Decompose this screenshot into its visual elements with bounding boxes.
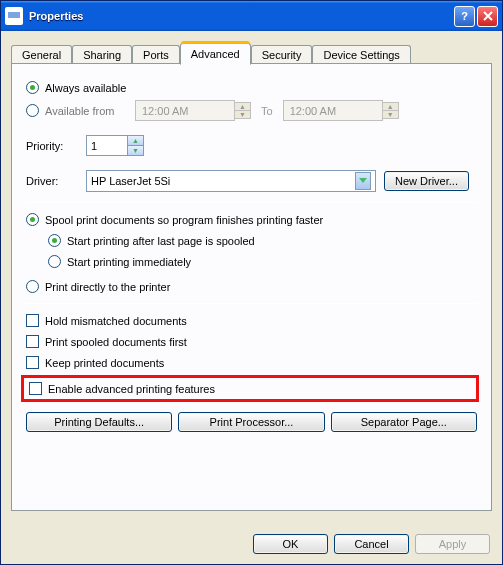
- radio-start-immediately[interactable]: [48, 255, 61, 268]
- keep-printed-row[interactable]: Keep printed documents: [26, 356, 477, 369]
- ok-button[interactable]: OK: [253, 534, 328, 554]
- tab-general[interactable]: General: [11, 45, 72, 64]
- radio-available-from[interactable]: [26, 104, 39, 117]
- always-available-label: Always available: [45, 82, 126, 94]
- tab-ports[interactable]: Ports: [132, 45, 180, 64]
- radio-start-after-last[interactable]: [48, 234, 61, 247]
- print-spooled-first-label: Print spooled documents first: [45, 336, 187, 348]
- titlebar[interactable]: Properties ?: [1, 1, 502, 31]
- start-after-last-label: Start printing after last page is spoole…: [67, 235, 255, 247]
- availability-always-row[interactable]: Always available: [26, 81, 477, 94]
- chevron-down-icon: [355, 172, 371, 190]
- window-title: Properties: [29, 10, 452, 22]
- radio-spool[interactable]: [26, 213, 39, 226]
- print-direct-label: Print directly to the printer: [45, 281, 170, 293]
- time-to-field: 12:00 AM: [283, 100, 383, 121]
- enable-advanced-row[interactable]: Enable advanced printing features: [29, 382, 471, 395]
- priority-label: Priority:: [26, 140, 86, 152]
- spool-label: Spool print documents so program finishe…: [45, 214, 323, 226]
- advanced-panel: Always available Available from 12:00 AM…: [11, 63, 492, 511]
- tab-sharing[interactable]: Sharing: [72, 45, 132, 64]
- dialog-button-row: OK Cancel Apply: [253, 534, 490, 554]
- apply-button: Apply: [415, 534, 490, 554]
- checkbox-keep-printed[interactable]: [26, 356, 39, 369]
- availability-from-row[interactable]: Available from 12:00 AM ▲▼ To 12:00 AM ▲…: [26, 100, 477, 121]
- tab-security[interactable]: Security: [251, 45, 313, 64]
- available-from-label: Available from: [45, 105, 135, 117]
- driver-label: Driver:: [26, 175, 86, 187]
- enable-advanced-label: Enable advanced printing features: [48, 383, 215, 395]
- print-direct-row[interactable]: Print directly to the printer: [26, 280, 477, 293]
- time-from-field: 12:00 AM: [135, 100, 235, 121]
- driver-value: HP LaserJet 5Si: [91, 175, 170, 187]
- start-immediately-label: Start printing immediately: [67, 256, 191, 268]
- tab-advanced[interactable]: Advanced: [180, 43, 251, 65]
- highlight-enable-advanced: Enable advanced printing features: [21, 375, 479, 402]
- hold-mismatched-row[interactable]: Hold mismatched documents: [26, 314, 477, 327]
- priority-spinner[interactable]: ▲▼: [86, 135, 144, 156]
- time-to-spinner: ▲▼: [383, 102, 399, 119]
- tab-strip: General Sharing Ports Advanced Security …: [11, 39, 492, 63]
- hold-mismatched-label: Hold mismatched documents: [45, 315, 187, 327]
- time-from-spinner: ▲▼: [235, 102, 251, 119]
- start-immediately-row[interactable]: Start printing immediately: [48, 255, 477, 268]
- properties-dialog: Properties ? General Sharing Ports Advan…: [0, 0, 503, 565]
- radio-print-direct[interactable]: [26, 280, 39, 293]
- print-spooled-first-row[interactable]: Print spooled documents first: [26, 335, 477, 348]
- tab-device-settings[interactable]: Device Settings: [312, 45, 410, 64]
- priority-input[interactable]: [87, 136, 127, 155]
- printing-defaults-button[interactable]: Printing Defaults...: [26, 412, 172, 432]
- close-button[interactable]: [477, 6, 498, 27]
- driver-select[interactable]: HP LaserJet 5Si: [86, 170, 376, 192]
- priority-up[interactable]: ▲: [127, 136, 143, 146]
- new-driver-button[interactable]: New Driver...: [384, 171, 469, 191]
- spool-row[interactable]: Spool print documents so program finishe…: [26, 213, 477, 226]
- print-processor-button[interactable]: Print Processor...: [178, 412, 324, 432]
- separator-page-button[interactable]: Separator Page...: [331, 412, 477, 432]
- bottom-button-row: Printing Defaults... Print Processor... …: [26, 412, 477, 432]
- to-label: To: [261, 105, 273, 117]
- priority-down[interactable]: ▼: [127, 146, 143, 155]
- checkbox-print-spooled-first[interactable]: [26, 335, 39, 348]
- cancel-button[interactable]: Cancel: [334, 534, 409, 554]
- printer-icon: [5, 7, 23, 25]
- checkbox-hold-mismatched[interactable]: [26, 314, 39, 327]
- help-button[interactable]: ?: [454, 6, 475, 27]
- start-after-last-row[interactable]: Start printing after last page is spoole…: [48, 234, 477, 247]
- radio-always-available[interactable]: [26, 81, 39, 94]
- keep-printed-label: Keep printed documents: [45, 357, 164, 369]
- checkbox-enable-advanced[interactable]: [29, 382, 42, 395]
